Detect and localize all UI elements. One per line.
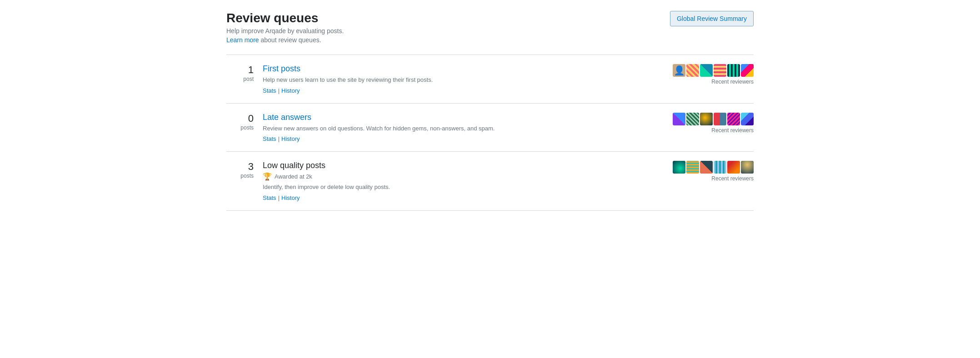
- queue-reviewers-late-answers: Recent reviewers: [664, 113, 754, 134]
- queue-count-low-quality-posts: 3 posts: [226, 161, 254, 179]
- avatar: [686, 161, 699, 174]
- trophy-icon: 🏆: [263, 172, 272, 181]
- avatar: [727, 64, 740, 77]
- stats-link-first-posts[interactable]: Stats: [263, 87, 276, 94]
- reviewer-avatars-late-answers: [673, 113, 754, 125]
- queue-label: post: [226, 76, 254, 82]
- queue-links-low-quality-posts: Stats|History: [263, 194, 664, 201]
- learn-more-suffix: about review queues.: [259, 36, 321, 44]
- link-separator: |: [278, 194, 280, 201]
- queue-reviewers-low-quality-posts: Recent reviewers: [664, 161, 754, 182]
- avatar: [673, 161, 685, 174]
- avatar: [741, 161, 754, 174]
- recent-reviewers-label: Recent reviewers: [673, 79, 754, 85]
- queue-description-late-answers: Review new answers on old questions. Wat…: [263, 124, 664, 133]
- avatar: [700, 161, 713, 174]
- queue-reviewers-first-posts: Recent reviewers: [664, 64, 754, 85]
- page-title: Review queues: [226, 11, 344, 25]
- avatar: [741, 113, 754, 125]
- learn-more-link[interactable]: Learn more: [226, 36, 259, 44]
- queue-links-first-posts: Stats|History: [263, 87, 664, 94]
- avatar: [673, 64, 685, 77]
- avatar: [727, 161, 740, 174]
- queue-item-late-answers: 0 posts Late answers Review new answers …: [226, 104, 754, 152]
- queue-number: 1: [226, 64, 254, 76]
- avatar: [741, 64, 754, 77]
- queue-label: posts: [226, 173, 254, 179]
- avatar: [714, 113, 726, 125]
- avatar: [686, 113, 699, 125]
- history-link-low-quality-posts[interactable]: History: [281, 194, 300, 201]
- avatar: [686, 64, 699, 77]
- queue-description-first-posts: Help new users learn to use the site by …: [263, 75, 664, 85]
- queue-label: posts: [226, 124, 254, 131]
- reviewer-avatars-first-posts: [673, 64, 754, 77]
- queue-number: 3: [226, 161, 254, 173]
- avatar: [727, 113, 740, 125]
- recent-reviewers-label: Recent reviewers: [673, 175, 754, 182]
- avatar: [714, 161, 726, 174]
- learn-more-line: Learn more about review queues.: [226, 36, 344, 44]
- queue-number: 0: [226, 113, 254, 124]
- recent-reviewers-label: Recent reviewers: [673, 127, 754, 134]
- queue-title-low-quality-posts: Low quality posts: [263, 161, 664, 170]
- avatar: [700, 113, 713, 125]
- global-review-button[interactable]: Global Review Summary: [670, 11, 754, 26]
- header-section: Review queues Help improve Arqade by eva…: [226, 11, 754, 44]
- page-container: Review queues Help improve Arqade by eva…: [217, 0, 763, 222]
- history-link-first-posts[interactable]: History: [281, 87, 300, 94]
- queue-count-late-answers: 0 posts: [226, 113, 254, 131]
- queue-description-low-quality-posts: Identify, then improve or delete low qua…: [263, 183, 664, 192]
- queue-content-late-answers: Late answers Review new answers on old q…: [263, 113, 664, 143]
- queue-content-first-posts: First posts Help new users learn to use …: [263, 64, 664, 94]
- avatar: [714, 64, 726, 77]
- queue-links-late-answers: Stats|History: [263, 135, 664, 142]
- queue-list: 1 post First posts Help new users learn …: [226, 55, 754, 211]
- history-link-late-answers[interactable]: History: [281, 135, 300, 142]
- avatar: [673, 113, 685, 125]
- queue-item-low-quality-posts: 3 posts Low quality posts 🏆 Awarded at 2…: [226, 152, 754, 211]
- badge-text-low-quality: Awarded at 2k: [275, 173, 312, 180]
- queue-content-low-quality-posts: Low quality posts 🏆 Awarded at 2k Identi…: [263, 161, 664, 201]
- link-separator: |: [278, 135, 280, 142]
- queue-count-first-posts: 1 post: [226, 64, 254, 82]
- page-subtitle: Help improve Arqade by evaluating posts.: [226, 27, 344, 35]
- reviewer-avatars-low-quality: [673, 161, 754, 174]
- stats-link-low-quality-posts[interactable]: Stats: [263, 194, 276, 201]
- stats-link-late-answers[interactable]: Stats: [263, 135, 276, 142]
- header-left: Review queues Help improve Arqade by eva…: [226, 11, 344, 44]
- badge-line-low-quality: 🏆 Awarded at 2k: [263, 172, 664, 181]
- queue-item-first-posts: 1 post First posts Help new users learn …: [226, 55, 754, 104]
- queue-title-first-posts[interactable]: First posts: [263, 64, 664, 74]
- avatar: [700, 64, 713, 77]
- queue-title-late-answers[interactable]: Late answers: [263, 113, 664, 122]
- link-separator: |: [278, 87, 280, 94]
